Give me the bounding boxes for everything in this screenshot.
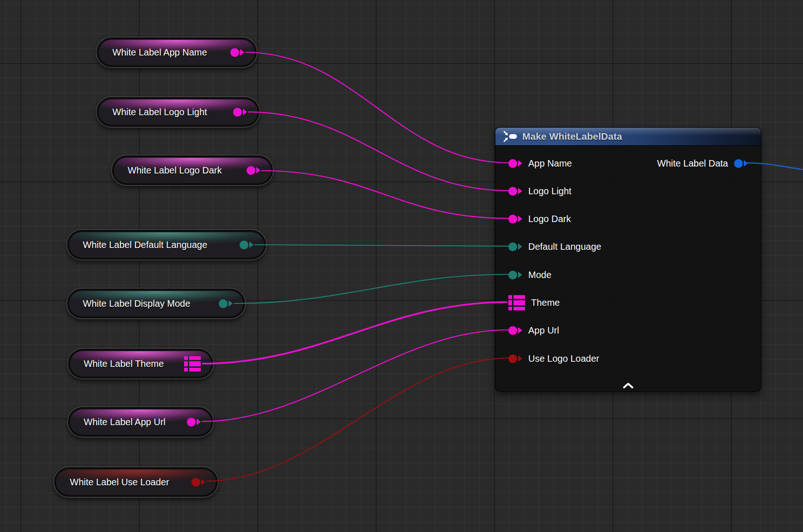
output-pin-string[interactable] [247,166,260,175]
var-node-white-label-theme[interactable]: White Label Theme [67,348,214,379]
collapse-node-button[interactable] [623,383,634,389]
var-node-white-label-logo-dark[interactable]: White Label Logo Dark [111,155,274,186]
wire-use-loader[interactable] [206,358,508,481]
var-node-white-label-use-loader[interactable]: White Label Use Loader [53,466,219,498]
output-pin-data[interactable] [734,159,748,168]
output-pin-string[interactable] [230,48,244,57]
output-row-white-label-data: White Label Data [657,149,748,177]
var-node-white-label-app-name[interactable]: White Label App Name [96,37,258,68]
var-node-label: White Label Logo Dark [128,165,222,176]
pin-label: App Url [528,325,559,336]
output-pin-enum[interactable] [219,299,233,308]
input-row-use-logo-loader: Use Logo Loader [508,345,599,372]
input-pin-string[interactable] [508,215,522,223]
input-pin-enum[interactable] [508,242,522,251]
var-node-white-label-display-mode[interactable]: White Label Display Mode [66,288,246,319]
output-pin-string[interactable] [187,418,201,427]
input-row-app-name: App Name [508,149,572,177]
wire-theme[interactable] [202,302,507,364]
pin-label: App Name [528,158,572,169]
var-node-white-label-logo-light[interactable]: White Label Logo Light [96,96,260,128]
node-title: Make WhiteLabelData [522,131,622,142]
var-node-label: White Label Use Loader [70,477,169,488]
pin-label: Mode [528,270,551,280]
pin-label: Logo Light [528,186,571,197]
output-pin-struct-icon[interactable] [184,356,201,371]
var-node-white-label-app-url[interactable]: White Label App Url [67,406,214,438]
wire-default-language[interactable] [254,245,508,246]
pin-label: Logo Dark [528,214,571,224]
var-node-label: White Label Display Mode [83,298,190,309]
node-header[interactable]: Make WhiteLabelData [495,128,761,146]
wire-app-name[interactable] [245,52,508,163]
input-row-default-language: Default Language [508,233,601,260]
input-row-logo-dark: Logo Dark [508,205,571,233]
var-node-label: White Label App Url [84,417,166,427]
wire-mode[interactable] [234,274,508,303]
var-node-white-label-default-language[interactable]: White Label Default Language [66,229,267,260]
output-pin-string[interactable] [233,108,247,117]
input-pin-bool[interactable] [508,354,522,363]
input-pin-struct-icon[interactable] [508,295,525,310]
wire-app-url[interactable] [202,330,508,421]
wire-logo-light[interactable] [248,112,508,191]
var-node-label: White Label Logo Light [112,107,207,118]
input-row-mode: Mode [508,261,551,289]
input-row-theme: Theme [508,289,560,316]
wire-logo-dark[interactable] [261,171,508,218]
input-pin-string[interactable] [508,187,522,196]
chevron-up-icon [624,384,632,388]
blueprint-graph-canvas[interactable]: White Label App Name White Label Logo Li… [0,0,803,532]
pin-label: White Label Data [657,158,728,169]
output-pin-enum[interactable] [240,241,253,249]
var-node-label: White Label App Name [112,47,207,58]
make-struct-icon [503,130,518,142]
input-pin-enum[interactable] [508,271,522,279]
pin-label: Default Language [528,241,601,252]
input-row-logo-light: Logo Light [508,177,571,205]
input-pin-string[interactable] [508,326,522,335]
var-node-label: White Label Theme [84,359,164,369]
output-pin-bool[interactable] [191,478,205,487]
pin-label: Use Logo Loader [528,353,599,364]
var-node-label: White Label Default Language [83,240,207,250]
make-whitelabeldata-node[interactable]: Make WhiteLabelData App Name Logo Light … [495,127,761,392]
input-pin-string[interactable] [508,159,522,168]
input-row-app-url: App Url [508,316,559,344]
pin-label: Theme [531,297,560,308]
